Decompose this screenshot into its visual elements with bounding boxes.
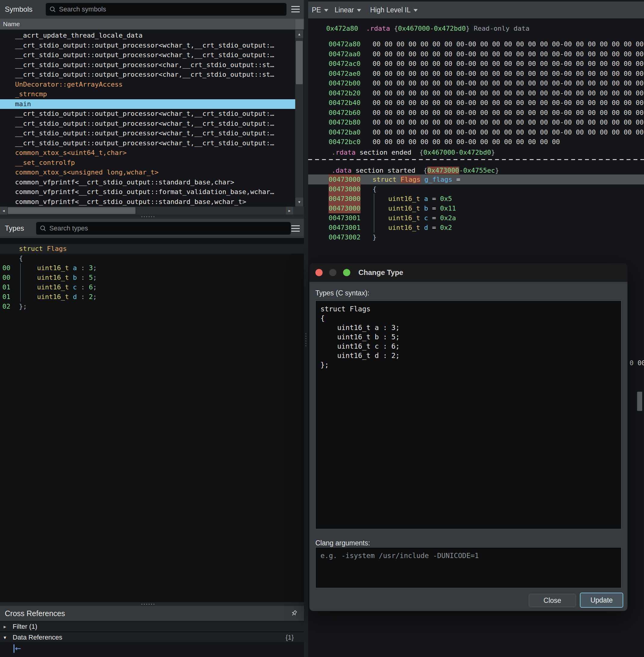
scroll-down-icon[interactable]: ▾	[295, 198, 303, 206]
dialog-title: Change Type	[359, 263, 403, 282]
dropdown-view-mode[interactable]: Linear	[335, 1, 361, 18]
group-label: Data References	[13, 634, 62, 641]
type-definition-row[interactable]: 01uint16_t d : 2;	[0, 292, 304, 302]
dialog-titlebar[interactable]: Change Type	[309, 263, 627, 282]
filter-label: Filter (1)	[13, 623, 37, 631]
symbols-hscrollbar[interactable]: ◂ ▸	[0, 207, 304, 214]
list-item[interactable]: common_vfprintf<__crt_stdio_output::stan…	[0, 197, 295, 207]
scroll-left-icon[interactable]: ◂	[0, 207, 7, 214]
list-item[interactable]: _strncmp	[0, 89, 295, 99]
hex-row[interactable]: 00472b6000 00 00 00 00 00 00 00-00 00 00…	[308, 108, 644, 118]
types-syntax-textarea[interactable]: struct Flags { uint16_t a : 3; uint16_t …	[315, 301, 621, 529]
symbols-vscroll-thumb[interactable]	[296, 41, 303, 84]
hdr-line: 0x472a80 .rdata {0x467000-0x472bd0} Read…	[326, 23, 530, 33]
hex-row[interactable]: 00472ac000 00 00 00 00 00 00 00-00 00 00…	[308, 58, 644, 69]
types-syntax-label: Types (C syntax):	[315, 289, 369, 297]
list-item[interactable]: common_xtox_s<uint64_t,char>	[0, 148, 295, 158]
list-item[interactable]: UnDecorator::getArrayAccess	[0, 80, 295, 90]
list-item[interactable]: __crt_stdio_output::output_processor<cha…	[0, 60, 295, 70]
list-item[interactable]: __crt_stdio_output::output_processor<wch…	[0, 138, 295, 148]
struct-field-row[interactable]: 00473002}	[308, 232, 644, 242]
list-item[interactable]: __acrt_update_thread_locale_data	[0, 31, 295, 41]
hex-row[interactable]: 00472ae000 00 00 00 00 00 00 00-00 00 00…	[308, 69, 644, 78]
close-button[interactable]: Close	[529, 594, 576, 607]
symbols-search[interactable]	[46, 3, 286, 16]
symbols-menu-icon[interactable]	[291, 6, 300, 12]
clang-arguments-textarea[interactable]	[315, 547, 621, 588]
hex-row[interactable]: 00472aa000 00 00 00 00 00 00 00-00 00 00…	[308, 49, 644, 59]
list-item[interactable]: __crt_stdio_output::output_processor<wch…	[0, 50, 295, 60]
types-search-input[interactable]	[49, 225, 287, 232]
scrollbar-corner	[295, 19, 303, 29]
scroll-up-icon[interactable]: ▴	[295, 30, 303, 38]
data-started: .data section started {0x473000-0x4755ec…	[331, 165, 499, 175]
hex-row[interactable]: 00472b4000 00 00 00 00 00 00 00-00 00 00…	[308, 98, 644, 108]
struct-field-row[interactable]: 00473000uint16_t b = 0x11	[308, 203, 644, 213]
change-type-dialog: Change Type Types (C syntax): struct Fla…	[309, 263, 628, 611]
column-header-label: Name	[3, 20, 20, 28]
type-definition-row[interactable]: struct Flags	[0, 244, 304, 254]
hex-row[interactable]: 00472b0000 00 00 00 00 00 00 00-00 00 00…	[308, 78, 644, 88]
linear-vscroll-thumb[interactable]	[637, 392, 642, 411]
search-icon	[40, 225, 46, 232]
dropdown-il-level[interactable]: High Level IL	[370, 1, 418, 18]
update-button[interactable]: Update	[580, 593, 623, 608]
hex-row[interactable]: 00472bc000 00 00 00 00 00 00 00-00 00 00…	[308, 137, 644, 147]
list-item[interactable]: __crt_stdio_output::output_processor<wch…	[0, 109, 295, 119]
types-menu-icon[interactable]	[291, 225, 300, 232]
type-definition-row[interactable]: 00uint16_t b : 5;	[0, 273, 304, 282]
list-item[interactable]: __set_controlfp	[0, 158, 295, 168]
caret-down-icon	[413, 9, 418, 12]
symbols-column-header[interactable]: Name	[0, 19, 304, 30]
hex-row[interactable]: 00472ba000 00 00 00 00 00 00 00-00 00 00…	[308, 127, 644, 137]
zoom-window-icon[interactable]	[343, 269, 350, 276]
caret-down-icon	[357, 9, 361, 12]
symbols-panel-title: Symbols	[5, 5, 32, 14]
xrefs-panel-title: Cross References	[5, 609, 65, 618]
list-item[interactable]: common_vfprintf<__crt_stdio_output::form…	[0, 187, 295, 197]
struct-field-row[interactable]: 00473001uint16_t d = 0x2	[308, 222, 644, 233]
group-count-badge: {1}	[285, 634, 294, 641]
close-window-icon[interactable]	[315, 269, 323, 276]
hex-row[interactable]: 00472a8000 00 00 00 00 00 00 00-00 00 00…	[308, 39, 644, 49]
list-item[interactable]: common_vfprintf<__crt_stdio_output::stan…	[0, 178, 295, 187]
struct-field-row[interactable]: 00473000struct Flags g_flags =	[308, 174, 644, 184]
clipped-bytes: 0 00	[629, 358, 644, 368]
symbols-search-input[interactable]	[59, 5, 283, 13]
symbol-list: __acrt_update_thread_locale_data__crt_st…	[0, 31, 295, 207]
search-icon	[49, 6, 56, 13]
dropdown-binary-type[interactable]: PE	[312, 1, 328, 18]
types-search[interactable]	[36, 222, 291, 235]
xrefs-filter-row[interactable]: ▸ Filter (1)	[0, 621, 304, 632]
list-item[interactable]: main	[0, 99, 295, 109]
triangle-right-icon: ▸	[4, 624, 6, 630]
xref-entry[interactable]: ← 00473000 struct Flags g_flags	[0, 643, 304, 654]
type-definition-row[interactable]: 01uint16_t c : 6;	[0, 282, 304, 292]
type-definition-row[interactable]: 00uint16_t a : 3;	[0, 263, 304, 273]
left-panel: Symbols Name __acrt_update_thread_locale…	[0, 0, 304, 657]
list-item[interactable]: __crt_stdio_output::output_processor<cha…	[0, 70, 295, 80]
minimize-window-icon[interactable]	[329, 269, 337, 276]
rdata-ended: .rdata section ended {0x467000-0x472bd0}	[331, 147, 495, 157]
type-definition-row[interactable]: {	[0, 254, 304, 263]
triangle-down-icon: ▾	[4, 634, 6, 640]
struct-field-row[interactable]: 00473001uint16_t c = 0x2a	[308, 213, 644, 223]
xrefs-group-row[interactable]: ▾ Data References {1}	[0, 632, 304, 642]
scroll-right-icon[interactable]: ▸	[286, 207, 293, 214]
splitter-symbols-types[interactable]	[0, 214, 304, 219]
type-definition-row[interactable]: 02};	[0, 302, 304, 311]
list-item[interactable]: common_xtox_s<unsigned long,wchar_t>	[0, 168, 295, 178]
splitter-panels[interactable]	[304, 0, 308, 657]
pin-icon[interactable]	[290, 609, 298, 617]
symbols-hscroll-thumb[interactable]	[8, 207, 135, 214]
hex-row[interactable]: 00472b8000 00 00 00 00 00 00 00-00 00 00…	[308, 117, 644, 127]
xrefs-header: Cross References	[0, 606, 304, 621]
hex-row[interactable]: 00472b2000 00 00 00 00 00 00 00-00 00 00…	[308, 88, 644, 98]
list-item[interactable]: __crt_stdio_output::output_processor<wch…	[0, 119, 295, 129]
list-item[interactable]: __crt_stdio_output::output_processor<wch…	[0, 41, 295, 50]
struct-field-row[interactable]: 00473000uint16_t a = 0x5	[308, 194, 644, 204]
types-header: Types	[0, 219, 304, 238]
list-item[interactable]: __crt_stdio_output::output_processor<wch…	[0, 128, 295, 138]
types-panel-title: Types	[5, 224, 24, 233]
struct-field-row[interactable]: 00473000{	[308, 184, 644, 194]
